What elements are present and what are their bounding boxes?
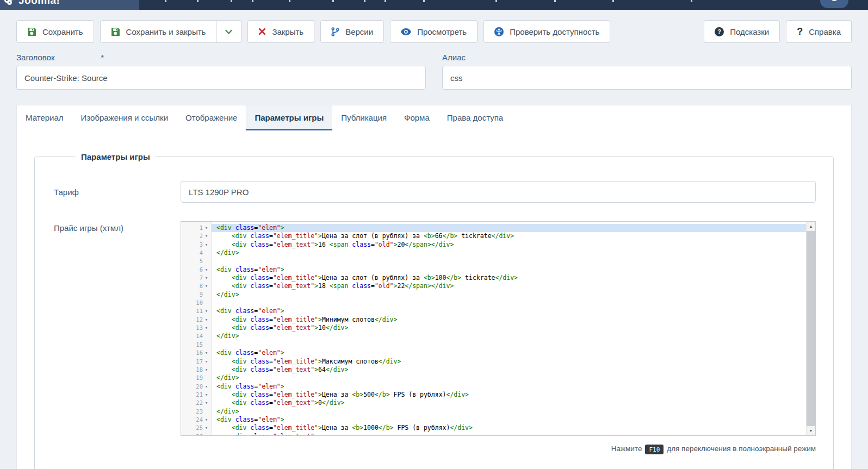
scrollbar-down-button[interactable]: ▼ [807,426,815,435]
editor-line[interactable]: 4</div> [181,249,806,257]
code-line[interactable]: <div class="elem_text">16 <span class="o… [212,241,806,249]
fold-arrow-icon[interactable]: ▾ [203,241,210,249]
code-line[interactable]: <div class="elem"> [212,416,806,424]
editor-line[interactable]: 1▾<div class="elem"> [181,224,806,232]
fold-arrow-icon[interactable]: ▾ [203,324,210,332]
fold-arrow-icon[interactable]: ▾ [203,416,210,424]
code-line[interactable]: <div class="elem_text">18 <span class="o… [212,282,806,290]
editor-line[interactable]: 5 [181,257,806,265]
code-line[interactable]: </div> [212,249,806,257]
code-line[interactable]: <div class="elem_title">Цена за слот (в … [212,232,806,240]
editor-line[interactable]: 20▾<div class="elem"> [181,383,806,391]
fold-arrow-icon[interactable]: ▾ [203,391,210,399]
fold-arrow-icon[interactable]: ▾ [203,307,210,315]
close-button[interactable]: Закрыть [247,20,314,43]
code-editor-lines[interactable]: 1▾<div class="elem">2▾ <div class="elem_… [181,222,806,435]
help-button[interactable]: ?Справка [786,20,852,43]
code-line[interactable]: <div class="elem"> [212,307,806,315]
alias-input[interactable] [442,66,852,90]
scrollbar-up-button[interactable]: ▲ [807,222,815,231]
title-input[interactable] [16,66,426,90]
code-line[interactable]: </div> [212,374,806,382]
editor-line[interactable]: 21▾ <div class="elem_title">Цена за <b>5… [181,391,806,399]
fold-arrow-icon[interactable]: ▾ [203,358,210,366]
tab-display[interactable]: Отображение [177,105,246,130]
line-number: 19 [187,374,203,382]
line-number: 18 [187,366,203,374]
editor-line[interactable]: 23</div> [181,408,806,416]
editor-line[interactable]: 7▾ <div class="elem_title">Цена за слот … [181,274,806,282]
editor-line[interactable]: 2▾ <div class="elem_title">Цена за слот … [181,232,806,240]
fold-arrow-icon[interactable]: ▾ [203,266,210,274]
code-line[interactable]: <div class="elem"> [212,383,806,391]
editor-line[interactable]: 13▾ <div class="elem_text">10</div> [181,324,806,332]
fold-arrow-icon[interactable]: ▾ [203,399,210,407]
code-line[interactable] [212,299,806,307]
accessibility-check-button[interactable]: Проверить доступность [483,20,610,43]
editor-line[interactable]: 14</div> [181,332,806,340]
editor-line[interactable]: 8▾ <div class="elem_text">18 <span class… [181,282,806,290]
editor-line[interactable]: 19</div> [181,374,806,382]
editor-line[interactable]: 10 [181,299,806,307]
fold-arrow-icon[interactable]: ▾ [203,433,210,435]
gutter-cell: 11▾ [181,307,212,315]
tab-permissions[interactable]: Права доступа [438,105,512,130]
code-line[interactable]: <div class="elem"> [212,224,806,232]
fold-arrow-icon[interactable]: ▾ [203,424,210,432]
tab-images-links[interactable]: Изображения и ссылки [72,105,177,130]
code-editor[interactable]: 1▾<div class="elem">2▾ <div class="elem_… [181,221,816,436]
code-line[interactable]: <div class="elem_title">Максимум слотов<… [212,358,806,366]
fold-arrow-icon[interactable]: ▾ [203,232,210,240]
user-menu-button[interactable] [820,0,848,8]
fold-arrow-icon[interactable]: ▾ [203,316,210,324]
save-button[interactable]: Сохранить [16,20,94,43]
tab-publishing[interactable]: Публикация [332,105,395,130]
editor-line[interactable]: 18▾ <div class="elem_text">64</div> [181,366,806,374]
code-line[interactable] [212,257,806,265]
svg-text:?: ? [717,28,721,35]
code-line[interactable]: <div class="elem_text">0</div> [212,399,806,407]
code-line[interactable]: </div> [212,332,806,340]
editor-line[interactable]: 17▾ <div class="elem_title">Максимум сло… [181,358,806,366]
editor-line[interactable]: 15 [181,341,806,349]
code-line[interactable]: </div> [212,291,806,299]
tarif-input[interactable] [181,181,816,203]
editor-line[interactable]: 24▾<div class="elem"> [181,416,806,424]
editor-line[interactable]: 25▾ <div class="elem_title">Цена за <b>1… [181,424,806,432]
fold-arrow-icon[interactable]: ▾ [203,224,210,232]
code-line[interactable]: <div class="elem_text">10</div> [212,324,806,332]
code-line[interactable]: <div class="elem"> [212,349,806,357]
versions-button[interactable]: Версии [320,20,384,43]
tips-button[interactable]: ?Подсказки [704,20,780,43]
code-line[interactable]: <div class="elem_text">64</div> [212,366,806,374]
fold-arrow-icon[interactable]: ▾ [203,383,210,391]
scrollbar-thumb[interactable] [807,231,815,426]
code-line[interactable]: <div class="elem_title">Минимум слотов</… [212,316,806,324]
editor-line[interactable]: 26▾ <div class="elem_text"> [181,433,806,435]
tab-material[interactable]: Материал [17,105,72,130]
fold-arrow-icon[interactable]: ▾ [203,282,210,290]
code-line[interactable]: <div class="elem_title">Цена за <b>500</… [212,391,806,399]
editor-line[interactable]: 12▾ <div class="elem_title">Минимум слот… [181,316,806,324]
code-line[interactable]: </div> [212,408,806,416]
fold-arrow-icon[interactable]: ▾ [203,349,210,357]
editor-line[interactable]: 22▾ <div class="elem_text">0</div> [181,399,806,407]
save-close-button[interactable]: Сохранить и закрыть [101,21,216,42]
fold-arrow-icon[interactable]: ▾ [203,274,210,282]
code-line[interactable]: <div class="elem"> [212,266,806,274]
code-line[interactable]: <div class="elem_title">Цена за <b>1000<… [212,424,806,432]
preview-button[interactable]: Просмотреть [390,20,478,43]
code-line[interactable]: <div class="elem_text"> [212,433,806,435]
code-line[interactable]: <div class="elem_title">Цена за слот (в … [212,274,806,282]
editor-line[interactable]: 9</div> [181,291,806,299]
editor-line[interactable]: 6▾<div class="elem"> [181,266,806,274]
tab-form[interactable]: Форма [395,105,438,130]
editor-line[interactable]: 11▾<div class="elem"> [181,307,806,315]
save-close-button-dropdown-toggle[interactable] [216,21,241,42]
editor-scrollbar[interactable]: ▲ ▼ [806,222,815,435]
code-line[interactable] [212,341,806,349]
editor-line[interactable]: 16▾<div class="elem"> [181,349,806,357]
editor-line[interactable]: 3▾ <div class="elem_text">16 <span class… [181,241,806,249]
fold-arrow-icon[interactable]: ▾ [203,366,210,374]
tab-game-params[interactable]: Параметры игры [246,105,332,130]
